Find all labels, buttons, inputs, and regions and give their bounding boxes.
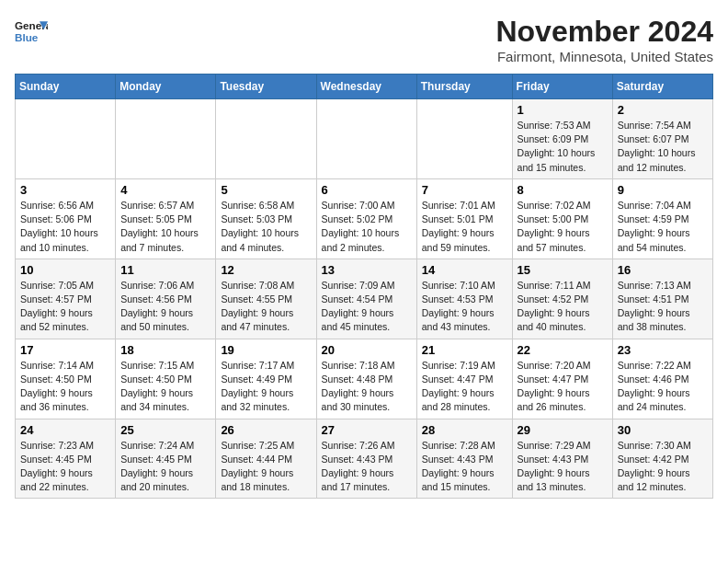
- calendar-cell: 20Sunrise: 7:18 AMSunset: 4:48 PMDayligh…: [316, 339, 416, 419]
- day-number: 26: [221, 423, 311, 437]
- day-number: 20: [322, 343, 412, 357]
- calendar-cell: 22Sunrise: 7:20 AMSunset: 4:47 PMDayligh…: [512, 339, 612, 419]
- day-info: Sunrise: 7:30 AMSunset: 4:42 PMDaylight:…: [618, 439, 708, 495]
- calendar-cell: 17Sunrise: 7:14 AMSunset: 4:50 PMDayligh…: [16, 339, 116, 419]
- day-number: 29: [518, 423, 608, 437]
- day-info: Sunrise: 7:19 AMSunset: 4:47 PMDaylight:…: [422, 359, 507, 415]
- day-number: 9: [618, 183, 708, 197]
- day-number: 11: [120, 263, 210, 277]
- day-info: Sunrise: 7:29 AMSunset: 4:43 PMDaylight:…: [518, 439, 608, 495]
- day-info: Sunrise: 7:23 AMSunset: 4:45 PMDaylight:…: [20, 439, 110, 495]
- day-number: 4: [120, 183, 210, 197]
- day-number: 22: [518, 343, 608, 357]
- svg-text:Blue: Blue: [15, 31, 39, 43]
- day-info: Sunrise: 7:25 AMSunset: 4:44 PMDaylight:…: [221, 439, 311, 495]
- calendar-cell: 28Sunrise: 7:28 AMSunset: 4:43 PMDayligh…: [416, 419, 512, 499]
- day-number: 27: [322, 423, 412, 437]
- day-info: Sunrise: 7:28 AMSunset: 4:43 PMDaylight:…: [422, 439, 507, 495]
- day-info: Sunrise: 7:09 AMSunset: 4:54 PMDaylight:…: [322, 279, 412, 335]
- day-info: Sunrise: 6:58 AMSunset: 5:03 PMDaylight:…: [221, 199, 311, 255]
- calendar-cell: 7Sunrise: 7:01 AMSunset: 5:01 PMDaylight…: [416, 178, 512, 259]
- day-info: Sunrise: 7:13 AMSunset: 4:51 PMDaylight:…: [618, 279, 708, 335]
- calendar-cell: 23Sunrise: 7:22 AMSunset: 4:46 PMDayligh…: [612, 339, 712, 419]
- header-tuesday: Tuesday: [216, 75, 316, 99]
- day-info: Sunrise: 7:24 AMSunset: 4:45 PMDaylight:…: [120, 439, 210, 495]
- calendar-cell: 16Sunrise: 7:13 AMSunset: 4:51 PMDayligh…: [612, 259, 712, 339]
- calendar-cell: 26Sunrise: 7:25 AMSunset: 4:44 PMDayligh…: [216, 419, 316, 499]
- calendar-table: Sunday Monday Tuesday Wednesday Thursday…: [15, 74, 713, 499]
- day-number: 21: [422, 343, 507, 357]
- calendar-cell: 3Sunrise: 6:56 AMSunset: 5:06 PMDaylight…: [16, 178, 116, 259]
- day-info: Sunrise: 7:02 AMSunset: 5:00 PMDaylight:…: [518, 199, 608, 255]
- day-number: 17: [20, 343, 110, 357]
- calendar-cell: [116, 99, 216, 179]
- main-title: November 2024: [495, 15, 713, 49]
- day-number: 23: [618, 343, 708, 357]
- day-info: Sunrise: 7:01 AMSunset: 5:01 PMDaylight:…: [422, 199, 507, 255]
- calendar-cell: 9Sunrise: 7:04 AMSunset: 4:59 PMDaylight…: [612, 178, 712, 259]
- day-number: 30: [618, 423, 708, 437]
- calendar-header: Sunday Monday Tuesday Wednesday Thursday…: [16, 75, 713, 99]
- day-info: Sunrise: 7:11 AMSunset: 4:52 PMDaylight:…: [518, 279, 608, 335]
- day-number: 14: [422, 263, 507, 277]
- day-number: 6: [322, 183, 412, 197]
- calendar-cell: [216, 99, 316, 179]
- day-number: 16: [618, 263, 708, 277]
- calendar-cell: 10Sunrise: 7:05 AMSunset: 4:57 PMDayligh…: [16, 259, 116, 339]
- calendar-cell: 5Sunrise: 6:58 AMSunset: 5:03 PMDaylight…: [216, 178, 316, 259]
- day-info: Sunrise: 7:15 AMSunset: 4:50 PMDaylight:…: [120, 359, 210, 415]
- day-info: Sunrise: 7:26 AMSunset: 4:43 PMDaylight:…: [322, 439, 412, 495]
- calendar-week-row: 17Sunrise: 7:14 AMSunset: 4:50 PMDayligh…: [16, 339, 713, 419]
- weekday-header-row: Sunday Monday Tuesday Wednesday Thursday…: [16, 75, 713, 99]
- day-number: 1: [518, 103, 608, 117]
- calendar-cell: 19Sunrise: 7:17 AMSunset: 4:49 PMDayligh…: [216, 339, 316, 419]
- day-info: Sunrise: 7:08 AMSunset: 4:55 PMDaylight:…: [221, 279, 311, 335]
- calendar-cell: 12Sunrise: 7:08 AMSunset: 4:55 PMDayligh…: [216, 259, 316, 339]
- logo: General Blue: [15, 15, 51, 48]
- header-monday: Monday: [116, 75, 216, 99]
- day-info: Sunrise: 6:57 AMSunset: 5:05 PMDaylight:…: [120, 199, 210, 255]
- day-number: 10: [20, 263, 110, 277]
- header-sunday: Sunday: [16, 75, 116, 99]
- header-friday: Friday: [512, 75, 612, 99]
- day-info: Sunrise: 7:14 AMSunset: 4:50 PMDaylight:…: [20, 359, 110, 415]
- day-info: Sunrise: 7:20 AMSunset: 4:47 PMDaylight:…: [518, 359, 608, 415]
- calendar-cell: [316, 99, 416, 179]
- calendar-cell: 24Sunrise: 7:23 AMSunset: 4:45 PMDayligh…: [16, 419, 116, 499]
- day-info: Sunrise: 7:53 AMSunset: 6:09 PMDaylight:…: [518, 119, 608, 175]
- calendar-body: 1Sunrise: 7:53 AMSunset: 6:09 PMDaylight…: [16, 99, 713, 499]
- calendar-cell: 30Sunrise: 7:30 AMSunset: 4:42 PMDayligh…: [612, 419, 712, 499]
- calendar-cell: [16, 99, 116, 179]
- calendar-cell: 25Sunrise: 7:24 AMSunset: 4:45 PMDayligh…: [116, 419, 216, 499]
- day-info: Sunrise: 7:17 AMSunset: 4:49 PMDaylight:…: [221, 359, 311, 415]
- day-info: Sunrise: 7:54 AMSunset: 6:07 PMDaylight:…: [618, 119, 708, 175]
- header-thursday: Thursday: [416, 75, 512, 99]
- calendar-cell: 4Sunrise: 6:57 AMSunset: 5:05 PMDaylight…: [116, 178, 216, 259]
- day-number: 7: [422, 183, 507, 197]
- calendar-week-row: 3Sunrise: 6:56 AMSunset: 5:06 PMDaylight…: [16, 178, 713, 259]
- day-number: 12: [221, 263, 311, 277]
- day-number: 28: [422, 423, 507, 437]
- day-number: 2: [618, 103, 708, 117]
- day-number: 3: [20, 183, 110, 197]
- calendar-cell: 13Sunrise: 7:09 AMSunset: 4:54 PMDayligh…: [316, 259, 416, 339]
- calendar-cell: [416, 99, 512, 179]
- day-number: 15: [518, 263, 608, 277]
- day-number: 19: [221, 343, 311, 357]
- logo-icon: General Blue: [15, 15, 48, 48]
- day-info: Sunrise: 7:10 AMSunset: 4:53 PMDaylight:…: [422, 279, 507, 335]
- title-area: November 2024 Fairmont, Minnesota, Unite…: [495, 15, 713, 64]
- calendar-cell: 27Sunrise: 7:26 AMSunset: 4:43 PMDayligh…: [316, 419, 416, 499]
- calendar-cell: 15Sunrise: 7:11 AMSunset: 4:52 PMDayligh…: [512, 259, 612, 339]
- subtitle: Fairmont, Minnesota, United States: [495, 49, 713, 64]
- calendar-cell: 8Sunrise: 7:02 AMSunset: 5:00 PMDaylight…: [512, 178, 612, 259]
- day-number: 25: [120, 423, 210, 437]
- calendar-cell: 14Sunrise: 7:10 AMSunset: 4:53 PMDayligh…: [416, 259, 512, 339]
- day-number: 8: [518, 183, 608, 197]
- day-number: 24: [20, 423, 110, 437]
- day-number: 13: [322, 263, 412, 277]
- calendar-cell: 2Sunrise: 7:54 AMSunset: 6:07 PMDaylight…: [612, 99, 712, 179]
- header-saturday: Saturday: [612, 75, 712, 99]
- day-info: Sunrise: 7:00 AMSunset: 5:02 PMDaylight:…: [322, 199, 412, 255]
- calendar-cell: 6Sunrise: 7:00 AMSunset: 5:02 PMDaylight…: [316, 178, 416, 259]
